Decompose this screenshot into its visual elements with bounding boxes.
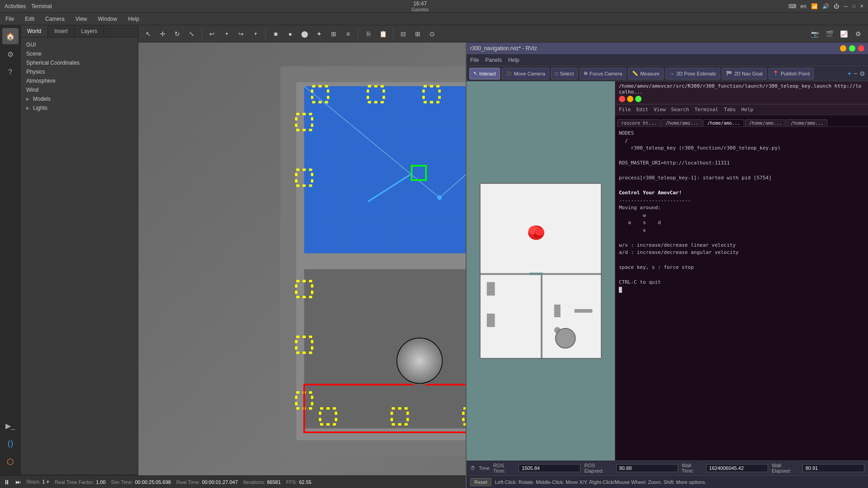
term-tab-1[interactable]: /home/amo...: [661, 119, 702, 127]
select-tool-btn[interactable]: □ Select: [551, 68, 578, 80]
menu-item-file[interactable]: File: [4, 15, 16, 23]
grid-icon[interactable]: ⊞: [327, 28, 340, 40]
screenshot-icon[interactable]: 📷: [808, 28, 821, 40]
rviz-menu-panels[interactable]: Panels: [485, 57, 502, 63]
terminal-output[interactable]: NODES / r300_teleop_key (r300_function/r…: [615, 127, 868, 460]
nav-goal-tool-btn[interactable]: 🏁 2D Nav Goal: [722, 68, 767, 80]
wall-elapsed-input[interactable]: [802, 464, 864, 472]
terminal-icon-btn[interactable]: ▶_: [2, 418, 19, 434]
activities-label[interactable]: Activities: [5, 3, 26, 9]
move-camera-tool-btn[interactable]: 🎥 Move Camera: [502, 68, 549, 80]
select-tool-icon[interactable]: ↖: [142, 28, 155, 40]
tab-world[interactable]: World: [21, 25, 48, 37]
tree-item-atmosphere[interactable]: Atmosphere: [21, 76, 138, 85]
steps-item: Steps: 1 ▾: [26, 479, 49, 485]
tree-item-scene[interactable]: Scene: [21, 49, 138, 58]
term-menu-edit[interactable]: Edit: [637, 107, 649, 113]
tab-layers[interactable]: Layers: [75, 25, 104, 37]
viewport-3d[interactable]: r300_navigation.rviz* - RViz File Panels…: [138, 42, 868, 488]
steps-dropdown-icon[interactable]: ▾: [47, 479, 49, 485]
lines-icon[interactable]: ≡: [342, 28, 354, 40]
min-icon[interactable]: —: [844, 4, 848, 9]
translate-tool-icon[interactable]: ✛: [156, 28, 169, 40]
scale-tool-icon[interactable]: ⤡: [185, 28, 198, 40]
align-icon[interactable]: ⊞: [411, 28, 424, 40]
close-icon[interactable]: ✕: [860, 4, 863, 9]
help-icon-btn[interactable]: ?: [2, 64, 19, 80]
menu-item-camera[interactable]: Camera: [43, 15, 66, 23]
copy-icon[interactable]: ⎘: [362, 28, 375, 40]
tree-item-gui[interactable]: GUI: [21, 40, 138, 49]
term-tab-0[interactable]: roscore ht...: [617, 119, 660, 127]
max-icon[interactable]: □: [853, 4, 855, 9]
cube-shape-icon[interactable]: ■: [269, 28, 282, 40]
terminal-label[interactable]: Terminal: [31, 3, 52, 9]
home-icon-btn[interactable]: 🏠: [2, 28, 19, 44]
term-menu-file[interactable]: File: [619, 107, 631, 113]
magnet-icon[interactable]: ⊙: [426, 28, 439, 40]
pose-estimate-tool-btn[interactable]: → 2D Pose Estimate: [665, 68, 720, 80]
term-tab-4[interactable]: /home/amo...: [787, 119, 827, 127]
record-icon[interactable]: 🎬: [823, 28, 835, 40]
tab-insert[interactable]: Insert: [48, 25, 75, 37]
menu-item-window[interactable]: Window: [96, 15, 119, 23]
tree-item-wind[interactable]: Wind: [21, 85, 138, 94]
rotate-tool-icon[interactable]: ↻: [171, 28, 184, 40]
rviz-zoom-in-btn[interactable]: +: [847, 70, 851, 78]
term-menu-terminal[interactable]: Terminal: [694, 107, 718, 113]
undo-icon[interactable]: ↩: [206, 28, 218, 40]
menu-item-edit[interactable]: Edit: [23, 15, 36, 23]
menu-item-view[interactable]: View: [74, 15, 89, 23]
tree-item-physics[interactable]: Physics: [21, 67, 138, 76]
publish-point-tool-btn[interactable]: 📍 Publish Point: [769, 68, 814, 80]
term-menu-search[interactable]: Search: [671, 107, 689, 113]
snap-icon[interactable]: ⊟: [397, 28, 410, 40]
tree-item-lights[interactable]: Lights: [21, 103, 138, 113]
focus-camera-tool-btn[interactable]: ⊕ Focus Camera: [580, 68, 626, 80]
main-layout: 🏠 ⚙ ? ▶_ ⟨⟩ ⬡ RViz World Insert Layers G…: [0, 25, 868, 488]
language-label[interactable]: en: [801, 3, 807, 9]
rviz-minimize-btn[interactable]: [840, 45, 846, 52]
rviz-settings-btn[interactable]: ⚙: [859, 70, 865, 77]
term-line-5: [619, 167, 864, 175]
rviz-menu-help[interactable]: Help: [508, 57, 519, 63]
rviz-menu-file[interactable]: File: [470, 57, 479, 63]
step-btn[interactable]: ⏭: [15, 479, 21, 485]
measure-tool-btn[interactable]: 📏 Measure: [628, 68, 664, 80]
gear-icon-btn[interactable]: ⚙: [2, 46, 19, 62]
redo-icon[interactable]: ↪: [235, 28, 247, 40]
term-line-16: a/d : increase/decrease angular velocity: [619, 249, 864, 257]
term-tab-3[interactable]: /home/amo...: [745, 119, 786, 127]
redo-arrow-icon[interactable]: ▾: [249, 28, 262, 40]
package-icon-btn[interactable]: ⬡: [2, 454, 19, 470]
rviz-close-btn[interactable]: [858, 45, 864, 52]
paste-icon[interactable]: 📋: [377, 28, 389, 40]
term-line-9: ------------------------: [619, 197, 864, 205]
rviz-map[interactable]: [467, 81, 615, 460]
menu-item-help[interactable]: Help: [126, 15, 141, 23]
term-menu-tabs[interactable]: Tabs: [724, 107, 736, 113]
term-min-btn[interactable]: [627, 96, 633, 102]
undo-arrow-icon[interactable]: ▾: [220, 28, 233, 40]
sphere-shape-icon[interactable]: ●: [284, 28, 297, 40]
reset-btn[interactable]: Reset: [470, 478, 491, 486]
tree-item-models[interactable]: Models: [21, 94, 138, 103]
interact-tool-btn[interactable]: ↖ Interact: [469, 68, 500, 80]
term-menu-view[interactable]: View: [654, 107, 666, 113]
cylinder-shape-icon[interactable]: ⬤: [298, 28, 311, 40]
term-menu-help[interactable]: Help: [741, 107, 754, 113]
tree-item-spherical[interactable]: Spherical Coordinates: [21, 58, 138, 67]
term-tab-2[interactable]: /home/amo...: [703, 119, 744, 127]
code-icon-btn[interactable]: ⟨⟩: [2, 436, 19, 452]
settings-icon[interactable]: ⚙: [852, 28, 864, 40]
rviz-maximize-btn[interactable]: [849, 45, 855, 52]
sun-light-icon[interactable]: ✦: [313, 28, 326, 40]
term-close-btn[interactable]: [619, 96, 625, 102]
term-max-btn[interactable]: [635, 96, 642, 102]
chart-icon[interactable]: 📈: [837, 28, 850, 40]
pause-btn[interactable]: ⏸: [4, 479, 10, 486]
rviz-zoom-out-btn[interactable]: −: [854, 70, 858, 78]
ros-elapsed-input[interactable]: [616, 464, 678, 472]
wall-time-input[interactable]: [706, 464, 768, 472]
ros-time-input[interactable]: [519, 464, 580, 472]
